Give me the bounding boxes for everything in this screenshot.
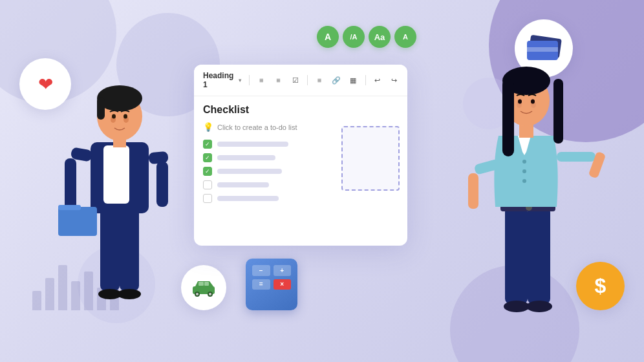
svg-point-26 [123, 114, 127, 119]
svg-point-47 [518, 100, 522, 104]
heart-icon: ❤ [38, 74, 53, 95]
calculator: − + = × [246, 259, 297, 310]
calc-multiply[interactable]: × [274, 279, 292, 290]
svg-rect-10 [103, 145, 129, 204]
item-bar-1 [217, 142, 288, 147]
svg-point-44 [526, 301, 552, 312]
svg-rect-6 [204, 282, 209, 286]
font-btn-small[interactable]: A [394, 26, 416, 48]
car-bubble [181, 265, 226, 310]
bulb-icon: 💡 [203, 122, 213, 132]
todo-hint-text: Click to create a to-do list [217, 123, 297, 131]
item-bar-5 [217, 196, 279, 201]
selection-box [341, 126, 400, 191]
editor-toolbar: Heading 1 ▾ ≡ ≡ ☑ ≡ 🔗 ▦ ↩ ↪ [194, 65, 407, 96]
svg-point-4 [209, 293, 211, 295]
toolbar-table[interactable]: ▦ [347, 73, 360, 87]
font-btn-large[interactable]: A [317, 26, 339, 48]
checkbox-2[interactable] [203, 153, 212, 162]
svg-point-22 [118, 289, 141, 299]
svg-rect-28 [528, 207, 550, 304]
calc-equals[interactable]: = [252, 279, 270, 290]
person-male [52, 52, 188, 362]
heading-select[interactable]: Heading 1 ▾ [200, 70, 244, 90]
svg-point-25 [112, 114, 116, 119]
chevron-down-icon: ▾ [239, 78, 241, 83]
checklist-title: Checklist [203, 104, 398, 116]
svg-rect-38 [553, 79, 563, 144]
checkbox-3[interactable] [203, 167, 212, 176]
checkbox-4[interactable] [203, 180, 212, 189]
svg-rect-37 [502, 79, 514, 156]
car-icon [190, 279, 217, 297]
svg-rect-13 [97, 97, 105, 120]
editor-panel: Heading 1 ▾ ≡ ≡ ☑ ≡ 🔗 ▦ ↩ ↪ Checklist 💡 … [194, 65, 407, 246]
checkbox-5[interactable] [203, 194, 212, 203]
item-bar-3 [217, 169, 282, 174]
font-btn-medium[interactable]: Aa [369, 26, 391, 48]
svg-rect-27 [505, 207, 528, 304]
svg-point-33 [522, 179, 526, 183]
svg-rect-41 [557, 152, 596, 162]
toolbar-link[interactable]: 🔗 [330, 73, 343, 87]
svg-rect-20 [156, 162, 168, 207]
svg-rect-18 [58, 205, 81, 210]
checklist-item-5 [203, 194, 398, 203]
svg-rect-5 [199, 282, 204, 286]
toolbar-checklist[interactable]: ☑ [289, 73, 302, 87]
toolbar-ordered-list[interactable]: ≡ [255, 73, 268, 87]
svg-rect-7 [100, 207, 120, 291]
toolbar-separator-2 [307, 75, 308, 85]
font-btn-slash[interactable]: /A [343, 26, 365, 48]
person-female [456, 32, 605, 362]
svg-rect-34 [519, 125, 533, 138]
font-size-buttons: A /A Aa A [317, 26, 416, 48]
toolbar-unordered-list[interactable]: ≡ [272, 73, 284, 87]
svg-point-32 [522, 169, 526, 173]
calc-minus[interactable]: − [252, 265, 270, 276]
toolbar-separator-1 [249, 75, 250, 85]
svg-rect-8 [120, 207, 139, 291]
svg-rect-40 [468, 173, 478, 209]
item-bar-2 [217, 155, 275, 160]
svg-point-43 [504, 301, 530, 312]
svg-point-31 [522, 160, 526, 164]
calc-plus[interactable]: + [274, 265, 292, 276]
toolbar-undo[interactable]: ↩ [371, 73, 384, 87]
toolbar-align[interactable]: ≡ [313, 73, 326, 87]
toolbar-separator-3 [365, 75, 366, 85]
checkbox-1[interactable] [203, 140, 212, 149]
heading-label: Heading 1 [203, 71, 237, 89]
svg-rect-17 [58, 207, 97, 236]
svg-rect-14 [113, 138, 126, 147]
svg-point-48 [531, 100, 535, 104]
toolbar-redo[interactable]: ↪ [388, 73, 401, 87]
svg-point-2 [196, 293, 199, 295]
item-bar-4 [217, 182, 269, 187]
svg-rect-16 [65, 158, 76, 210]
